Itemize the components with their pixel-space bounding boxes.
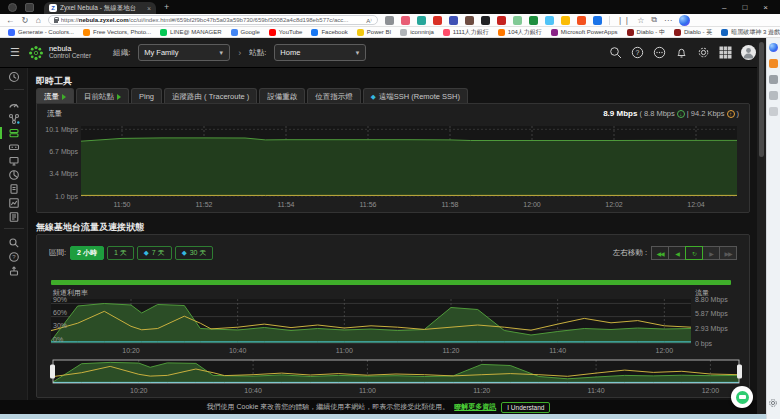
edge-sidebar-settings-gear-icon[interactable] (768, 398, 778, 408)
interval-button[interactable]: ◆ 30 天 (175, 246, 214, 260)
extension-icon[interactable] (593, 16, 602, 25)
extension-icon[interactable] (497, 16, 506, 25)
copilot-icon[interactable] (679, 15, 690, 26)
brand-logo[interactable]: nebula Control Center (28, 45, 91, 61)
extension-icon[interactable] (561, 16, 570, 25)
pan-button[interactable]: ▶ (702, 246, 720, 260)
bookmark-item[interactable]: LINE@ MANAGER (160, 28, 221, 37)
bookmark-item[interactable]: Google (231, 28, 260, 37)
bookmark-item[interactable]: 104人力銀行 (498, 28, 542, 37)
home-icon[interactable]: ⌂ (36, 16, 41, 25)
bookmark-item[interactable]: Diablo - 中 (627, 28, 665, 37)
live-tool-tab[interactable]: ◆ 目前站點 (76, 88, 129, 104)
browser-tab[interactable]: Z Zyxel Nebula - 無線基地台 × (44, 2, 156, 14)
sidebar-item-dashboard[interactable] (0, 98, 28, 112)
pan-button[interactable]: ▶▶ (719, 246, 737, 260)
user-avatar[interactable] (741, 45, 756, 60)
live-tool-tab[interactable]: ◆ 位置指示燈 (307, 88, 361, 104)
interval-button[interactable]: ◆ 2 小時 (70, 246, 104, 260)
bookmark-item[interactable]: iconninja (400, 28, 434, 37)
extension-icon[interactable] (481, 16, 490, 25)
i-understand-button[interactable]: I Understand (501, 402, 550, 413)
page-scrollbar[interactable] (757, 38, 766, 414)
minimize-button[interactable]: – (722, 3, 726, 12)
sidebar-item-licenses[interactable] (0, 210, 28, 224)
profile-avatar-icon[interactable] (8, 3, 17, 12)
bookmark-item[interactable]: YouTube (269, 28, 303, 37)
extension-icon[interactable] (465, 16, 474, 25)
extension-icon[interactable] (401, 16, 410, 25)
extension-icon[interactable] (449, 16, 458, 25)
time-range-navigator[interactable]: 10:2010:4011:0011:2011:4012:00 (43, 357, 749, 395)
bookmark-item[interactable]: Facebook (311, 28, 347, 37)
sidebar-item-access-points[interactable] (0, 126, 28, 140)
bookmark-item[interactable]: 1111人力銀行 (443, 28, 489, 37)
sidebar-item-clients[interactable] (0, 154, 28, 168)
edge-sidebar-icon[interactable] (769, 59, 778, 68)
bookmark-item[interactable]: Microsoft PowerApps (551, 28, 618, 37)
edge-sidebar-icon[interactable] (769, 75, 778, 84)
refresh-icon[interactable]: ↻ (22, 16, 29, 25)
new-tab-button[interactable]: + (164, 2, 169, 12)
sidebar-item-logs[interactable] (0, 182, 28, 196)
sidebar-item-overview[interactable] (0, 70, 28, 84)
split-screen-icon[interactable]: ❘❘ (617, 16, 630, 25)
collections-icon[interactable]: ⧉ (651, 15, 657, 25)
settings-gear-icon[interactable] (697, 46, 710, 59)
sidebar-item-help[interactable]: ? (0, 250, 28, 264)
apps-grid-icon[interactable] (719, 46, 732, 59)
address-bar[interactable]: https://nebula.zyxel.com/cc/ui/index.htm… (48, 15, 378, 25)
extension-icon[interactable] (385, 16, 394, 25)
maximize-button[interactable]: □ (742, 3, 747, 12)
edge-sidebar-icon[interactable] (769, 43, 778, 52)
sidebar-item-tools[interactable] (0, 236, 28, 250)
ap-traffic-chart[interactable]: 10:2010:4011:0011:2011:4012:0090%60%30%0… (43, 287, 749, 355)
pan-button[interactable]: ◀ (668, 246, 686, 260)
live-tool-tab[interactable]: ◆ 流量 (36, 88, 74, 104)
live-tool-tab[interactable]: ◆ Ping (131, 88, 162, 104)
back-icon[interactable]: ← (6, 16, 15, 25)
help-icon[interactable]: ? (631, 46, 644, 59)
interval-button[interactable]: ◆ 7 天 (137, 246, 172, 260)
organization-select[interactable]: My Family ▼ (138, 44, 230, 61)
hamburger-menu-icon[interactable]: ☰ (10, 46, 20, 59)
sidebar-item-applications[interactable] (0, 168, 28, 182)
sidebar-item-topology[interactable] (0, 112, 28, 126)
more-options-icon[interactable] (653, 46, 666, 59)
sidebar-item-reports[interactable] (0, 196, 28, 210)
site-select[interactable]: Home ▼ (274, 44, 366, 61)
live-tool-tab[interactable]: ◆ 遠端SSH (Remote SSH) (363, 88, 468, 104)
close-button[interactable]: × (763, 3, 768, 12)
extension-icon[interactable] (417, 16, 426, 25)
site-traffic-chart[interactable]: 11:5011:5211:5411:5611:5812:0012:0212:04… (43, 121, 745, 209)
bookmark-item[interactable]: Diablo - 英 (674, 28, 712, 37)
more-menu-icon[interactable]: ⋯ (664, 16, 672, 25)
extension-icon[interactable] (433, 16, 442, 25)
favorites-star-icon[interactable]: ☆ (637, 16, 644, 25)
tab-close-icon[interactable]: × (147, 5, 151, 12)
extension-icon[interactable] (545, 16, 554, 25)
read-aloud-icon[interactable]: A⁾ (366, 17, 371, 24)
bookmark-item[interactable]: Power BI (357, 28, 391, 37)
pan-button[interactable]: ◀◀ (651, 246, 669, 260)
notifications-bell-icon[interactable] (675, 46, 688, 59)
live-tool-tab[interactable]: ◆ 追蹤路由 ( Traceroute ) (164, 88, 257, 104)
extension-icon[interactable] (577, 16, 586, 25)
bookmark-item[interactable]: Free Vectors, Photo... (83, 28, 151, 37)
interval-button[interactable]: ◆ 1 天 (107, 246, 134, 260)
sidebar-item-firmware[interactable] (0, 264, 28, 278)
sidebar-item-switches[interactable] (0, 140, 28, 154)
edge-sidebar-icon[interactable] (769, 107, 778, 116)
bookmark-item[interactable]: Generate - Coolors... (8, 28, 74, 37)
learn-more-link[interactable]: 瞭解更多資訊 (454, 402, 496, 412)
extension-icon[interactable] (513, 16, 522, 25)
edge-sidebar-icon[interactable] (769, 91, 778, 100)
chat-launcher-button[interactable] (731, 386, 753, 408)
live-tool-tab[interactable]: ◆ 設備重啟 (259, 88, 305, 104)
bookmark-item[interactable]: 暗黑破壞神 3 遊戲... (721, 28, 780, 37)
scrollbar-thumb[interactable] (759, 42, 764, 157)
workspaces-icon[interactable] (25, 3, 34, 12)
search-icon[interactable] (609, 46, 622, 59)
extension-icon[interactable] (529, 16, 538, 25)
pan-button[interactable]: ↻ (685, 246, 703, 260)
